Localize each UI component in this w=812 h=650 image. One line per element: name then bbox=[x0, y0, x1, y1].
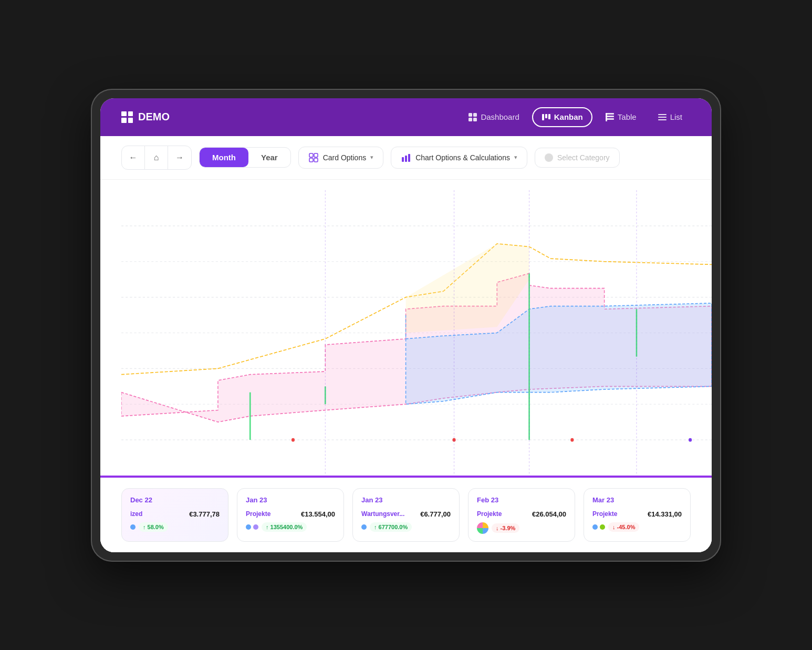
card-month-mar23: Mar 23 bbox=[592, 496, 682, 504]
card-name-projekte-3: Projekte bbox=[592, 510, 617, 518]
svg-rect-10 bbox=[606, 113, 607, 121]
chart-options-icon bbox=[401, 152, 411, 163]
svg-rect-6 bbox=[548, 114, 550, 119]
card-row-jan23-1: Projekte €13.554,00 bbox=[246, 510, 335, 518]
badge-mar23: ↓ -45.0% bbox=[608, 522, 639, 532]
month-card-feb23: Feb 23 Projekte €26.054,00 ↓ -3.9% bbox=[468, 488, 575, 542]
main-nav: Dashboard Kanban bbox=[460, 107, 691, 127]
card-value-feb23: €26.054,00 bbox=[532, 510, 566, 518]
logo-text: DEMO bbox=[138, 111, 170, 123]
svg-rect-5 bbox=[545, 114, 547, 118]
svg-point-35 bbox=[689, 438, 692, 441]
nav-item-kanban[interactable]: Kanban bbox=[532, 107, 592, 127]
card-value-mar23: €14.331,00 bbox=[648, 510, 682, 518]
svg-rect-0 bbox=[469, 113, 472, 117]
chart-options-chevron: ▾ bbox=[514, 154, 517, 161]
card-dots-jan23-1 bbox=[246, 524, 258, 530]
card-name-wartung: Wartungsver... bbox=[361, 510, 404, 518]
nav-item-list[interactable]: List bbox=[649, 108, 691, 126]
card-row-feb23: Projekte €26.054,00 bbox=[477, 510, 566, 518]
svg-rect-15 bbox=[314, 153, 318, 157]
svg-rect-20 bbox=[408, 154, 410, 162]
card-month-dec22: Dec 22 bbox=[130, 496, 220, 504]
svg-rect-2 bbox=[469, 118, 472, 121]
nav-item-dashboard[interactable]: Dashboard bbox=[460, 108, 527, 126]
app-logo: DEMO bbox=[121, 111, 170, 123]
card-name-ized: ized bbox=[130, 510, 142, 518]
main-content: Dec 22 ized €3.777,78 ↑ 58.0% Jan 23 Pro… bbox=[100, 180, 712, 552]
svg-rect-14 bbox=[309, 153, 313, 157]
kanban-icon bbox=[542, 112, 551, 122]
month-card-dec22: Dec 22 ized €3.777,78 ↑ 58.0% bbox=[121, 488, 228, 542]
logo-icon bbox=[121, 111, 133, 123]
card-value-jan23-1: €13.554,00 bbox=[301, 510, 335, 518]
badge-feb23: ↓ -3.9% bbox=[492, 523, 519, 533]
app-header: DEMO Dashboard bbox=[100, 98, 712, 136]
chart-area bbox=[100, 180, 712, 476]
table-icon bbox=[605, 112, 615, 122]
card-value-jan23-2: €6.777,00 bbox=[420, 510, 451, 518]
toolbar: ← ⌂ → Month Year Card Op bbox=[100, 136, 712, 180]
dot-blue-3 bbox=[592, 524, 598, 530]
dashboard-icon bbox=[468, 112, 477, 122]
month-card-jan23-2: Jan 23 Wartungsver... €6.777,00 ↑ 677700… bbox=[352, 488, 460, 542]
dot-blue-2 bbox=[361, 524, 367, 530]
card-options-icon bbox=[308, 152, 319, 163]
nav-list-label: List bbox=[670, 112, 682, 121]
year-button[interactable]: Year bbox=[248, 148, 290, 167]
month-button[interactable]: Month bbox=[200, 148, 248, 167]
nav-table-label: Table bbox=[618, 112, 637, 121]
card-month-feb23: Feb 23 bbox=[477, 496, 566, 504]
select-category-label: Select Category bbox=[557, 153, 610, 162]
card-month-jan23-2: Jan 23 bbox=[361, 496, 451, 504]
nav-kanban-label: Kanban bbox=[554, 112, 583, 121]
badge-jan23-1: ↑ 1355400.0% bbox=[262, 522, 307, 532]
card-row-dec22-1: ized €3.777,78 bbox=[130, 510, 220, 518]
nav-dashboard-label: Dashboard bbox=[481, 112, 519, 121]
card-options-label: Card Options bbox=[323, 153, 366, 162]
svg-rect-3 bbox=[473, 118, 477, 121]
svg-rect-4 bbox=[542, 114, 544, 120]
svg-rect-17 bbox=[314, 158, 318, 162]
svg-point-32 bbox=[292, 438, 295, 441]
select-category-button[interactable]: Select Category bbox=[535, 148, 620, 168]
dot-purple-1 bbox=[253, 524, 258, 530]
device-screen: DEMO Dashboard bbox=[100, 98, 712, 552]
svg-point-34 bbox=[570, 438, 574, 441]
device-frame: DEMO Dashboard bbox=[91, 89, 721, 562]
period-toggle: Month Year bbox=[199, 147, 291, 168]
chart-svg bbox=[121, 190, 712, 476]
list-icon bbox=[658, 112, 667, 122]
card-name-projekte-1: Projekte bbox=[246, 510, 270, 518]
svg-rect-12 bbox=[658, 117, 667, 118]
nav-item-table[interactable]: Table bbox=[597, 108, 645, 126]
month-card-jan23-1: Jan 23 Projekte €13.554,00 ↑ 1355400.0% bbox=[237, 488, 344, 542]
category-icon bbox=[545, 153, 553, 162]
card-row-mar23: Projekte €14.331,00 bbox=[592, 510, 682, 518]
card-options-button[interactable]: Card Options ▾ bbox=[298, 147, 383, 169]
chart-options-label: Chart Options & Calculations bbox=[415, 153, 510, 162]
back-button[interactable]: ← bbox=[122, 146, 145, 169]
svg-rect-16 bbox=[309, 158, 313, 162]
home-button[interactable]: ⌂ bbox=[145, 146, 168, 169]
cards-row: Dec 22 ized €3.777,78 ↑ 58.0% Jan 23 Pro… bbox=[100, 477, 712, 552]
dot-green-3 bbox=[600, 524, 605, 530]
card-value-dec22: €3.777,78 bbox=[189, 510, 220, 518]
badge-dec22: ↑ 58.0% bbox=[139, 522, 168, 532]
dot-blue-1 bbox=[246, 524, 251, 530]
svg-rect-1 bbox=[473, 113, 477, 117]
card-row-jan23-2: Wartungsver... €6.777,00 bbox=[361, 510, 451, 518]
card-dots-jan23-2 bbox=[361, 524, 367, 530]
card-name-projekte-2: Projekte bbox=[477, 510, 502, 518]
svg-rect-13 bbox=[658, 119, 667, 120]
card-options-chevron: ▾ bbox=[370, 154, 373, 161]
svg-rect-19 bbox=[405, 156, 407, 162]
badge-jan23-2: ↑ 677700.0% bbox=[370, 522, 412, 532]
nav-controls: ← ⌂ → bbox=[121, 146, 192, 170]
multi-dot-feb23 bbox=[477, 522, 488, 534]
chart-options-button[interactable]: Chart Options & Calculations ▾ bbox=[391, 147, 527, 169]
card-month-jan23-1: Jan 23 bbox=[246, 496, 335, 504]
svg-rect-18 bbox=[402, 157, 404, 162]
forward-button[interactable]: → bbox=[168, 146, 191, 169]
card-dots-mar23 bbox=[592, 524, 605, 530]
